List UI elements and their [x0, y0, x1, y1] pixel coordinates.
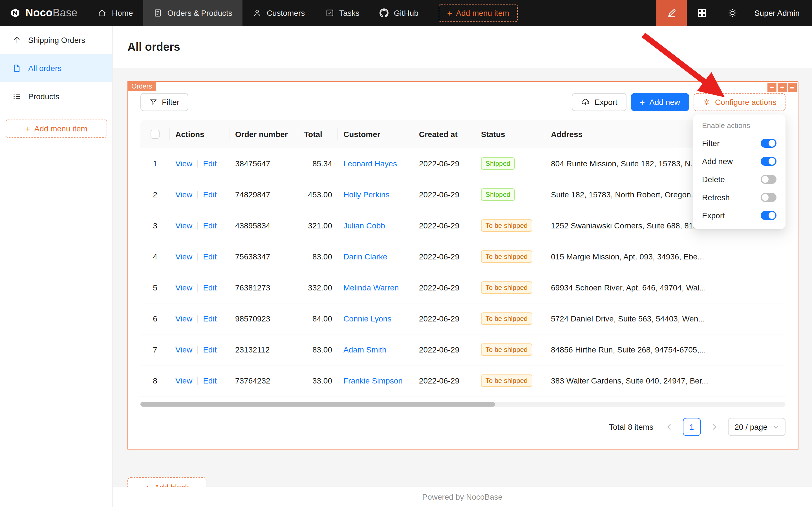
customer-link[interactable]: Frankie Simpson	[343, 376, 403, 385]
plugin-manager-button[interactable]	[687, 0, 717, 26]
toggle-switch[interactable]	[761, 193, 776, 202]
customer-link[interactable]: Holly Perkins	[343, 190, 389, 199]
actions-divider	[197, 222, 198, 230]
customer-link[interactable]: Julian Cobb	[343, 221, 385, 230]
edit-link[interactable]: Edit	[203, 159, 217, 168]
toggle-switch[interactable]	[761, 211, 776, 220]
edit-link[interactable]: Edit	[203, 221, 217, 230]
logo-text: NocoBase	[25, 7, 77, 19]
enable-action-export[interactable]: Export	[695, 207, 783, 224]
table-row: 8 View Edit 73764232 33.00 Frankie Simps…	[140, 365, 786, 396]
row-index: 4	[153, 252, 157, 261]
prev-page-button[interactable]	[660, 418, 678, 436]
export-button[interactable]: Export	[572, 93, 627, 111]
row-actions-cell: View Edit	[170, 241, 230, 272]
view-link[interactable]: View	[175, 221, 192, 230]
chevron-right-icon	[711, 424, 717, 430]
nav-item-customers[interactable]: Customers	[242, 0, 315, 26]
toggle-switch[interactable]	[761, 175, 776, 184]
edit-link[interactable]: Edit	[203, 252, 217, 261]
row-actions-cell: View Edit	[170, 148, 230, 179]
add-block-icon[interactable]: +	[777, 83, 787, 92]
view-link[interactable]: View	[175, 314, 192, 323]
customer-cell: Holly Perkins	[338, 179, 413, 210]
user-menu[interactable]: Super Admin	[748, 0, 812, 26]
total-cell: 453.00	[298, 179, 338, 210]
customer-link[interactable]: Darin Clarke	[343, 252, 387, 261]
nav-item-github[interactable]: GitHub	[370, 0, 428, 26]
enable-actions-list: Filter Add new Delete Refresh Export	[695, 134, 783, 224]
view-link[interactable]: View	[175, 376, 192, 385]
nav-item-home[interactable]: Home	[88, 0, 143, 26]
order-number: 43895834	[235, 221, 270, 230]
row-index: 7	[153, 345, 157, 354]
edit-link[interactable]: Edit	[203, 314, 217, 323]
viewport: NocoBase Home Orders & Products Customer…	[0, 0, 812, 507]
table-row: 3 View Edit 43895834 321.00 Julian Cobb …	[140, 210, 786, 241]
created-at-cell: 2022-06-29	[413, 272, 475, 303]
horizontal-scrollbar-thumb[interactable]	[140, 402, 495, 407]
sidebar-item-label: All orders	[28, 64, 61, 73]
customer-link[interactable]: Leonard Hayes	[343, 159, 397, 168]
customer-link[interactable]: Connie Lyons	[343, 314, 391, 323]
switch-knob	[768, 140, 775, 147]
edit-link[interactable]: Edit	[203, 345, 217, 354]
enable-action-delete[interactable]: Delete	[695, 170, 783, 188]
add-new-button[interactable]: + Add new	[631, 93, 689, 111]
view-link[interactable]: View	[175, 252, 192, 261]
nocobase-logo[interactable]: NocoBase	[0, 0, 88, 26]
actions-divider	[197, 315, 198, 323]
configure-actions-button[interactable]: Configure actions	[694, 93, 786, 111]
created-at-value: 2022-06-29	[419, 221, 459, 230]
total-cell: 83.00	[298, 334, 338, 365]
nav-item-tasks[interactable]: Tasks	[315, 0, 370, 26]
switch-knob	[768, 212, 775, 219]
select-all-checkbox[interactable]	[151, 129, 160, 138]
select-all-header	[140, 120, 170, 148]
ui-editor-button[interactable]	[656, 0, 687, 26]
edit-link[interactable]: Edit	[203, 376, 217, 385]
actions-divider	[197, 160, 198, 168]
customer-link[interactable]: Adam Smith	[343, 345, 387, 354]
toggle-switch[interactable]	[761, 157, 776, 166]
settings-button[interactable]	[717, 0, 748, 26]
drag-handle-icon[interactable]: +	[767, 83, 776, 92]
address-value: 69934 Schoen River, Apt. 646, 49704, Wal…	[551, 283, 706, 292]
block-menu-icon[interactable]	[788, 83, 797, 92]
sidebar-item-products[interactable]: Products	[0, 82, 112, 111]
created-at-value: 2022-06-29	[419, 345, 459, 354]
created-at-value: 2022-06-29	[419, 376, 459, 385]
enable-action-filter[interactable]: Filter	[695, 134, 783, 152]
add-block-button[interactable]: + Add block	[127, 477, 207, 487]
add-menu-item-button-sidebar[interactable]: + Add menu item	[6, 120, 107, 137]
next-page-button[interactable]	[705, 418, 723, 436]
orders-table: Actions Order number Total Customer Crea…	[140, 120, 786, 407]
filter-button[interactable]: Filter	[140, 93, 188, 111]
enable-action-label: Delete	[702, 175, 725, 184]
view-link[interactable]: View	[175, 283, 192, 292]
created-at-cell: 2022-06-29	[413, 179, 475, 210]
customer-link[interactable]: Melinda Warren	[343, 283, 399, 292]
sidebar-item-all-orders[interactable]: All orders	[0, 54, 112, 82]
top-navbar: NocoBase Home Orders & Products Customer…	[0, 0, 812, 26]
enable-action-add-new[interactable]: Add new	[695, 152, 783, 170]
page-number-1[interactable]: 1	[683, 418, 701, 436]
row-index-cell: 6	[140, 303, 170, 334]
edit-link[interactable]: Edit	[203, 190, 217, 199]
address-cell: 5724 Daniel Drive, Suite 563, 54403, Wen…	[545, 303, 786, 334]
enable-action-refresh[interactable]: Refresh	[695, 188, 783, 207]
customer-cell: Melinda Warren	[338, 272, 413, 303]
view-link[interactable]: View	[175, 159, 192, 168]
created-at-cell: 2022-06-29	[413, 334, 475, 365]
file-icon	[12, 64, 21, 73]
add-menu-item-button-navbar[interactable]: + Add menu item	[439, 4, 518, 22]
toggle-switch[interactable]	[761, 139, 776, 148]
sidebar-item-shipping-orders[interactable]: Shipping Orders	[0, 26, 112, 54]
view-link[interactable]: View	[175, 190, 192, 199]
edit-link[interactable]: Edit	[203, 283, 217, 292]
order-number: 74829847	[235, 190, 270, 199]
nav-item-orders-products[interactable]: Orders & Products	[143, 0, 242, 26]
page-size-select[interactable]: 20 / page	[728, 418, 786, 436]
address-value: Suite 182, 15783, North Robert, Oregon..…	[551, 190, 698, 199]
view-link[interactable]: View	[175, 345, 192, 354]
